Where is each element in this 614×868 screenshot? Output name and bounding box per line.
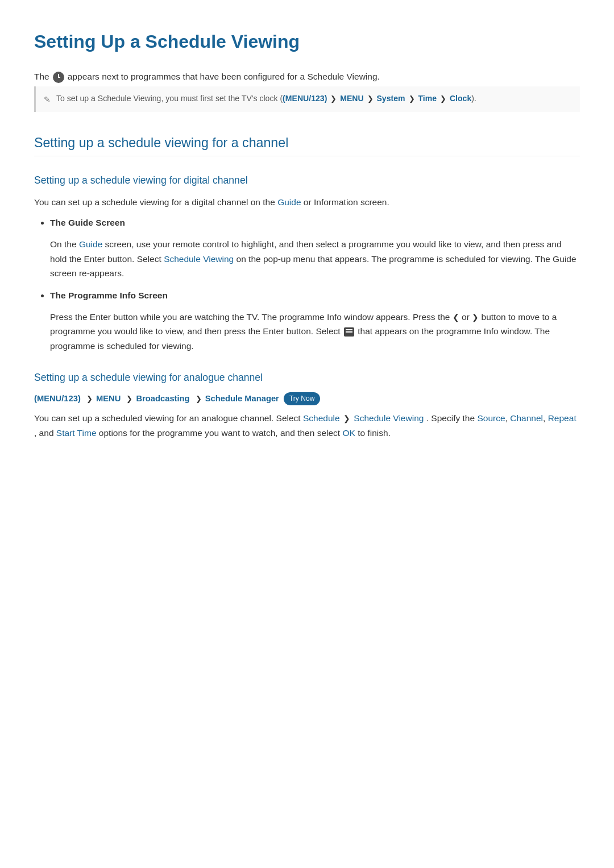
chevron-right-icon: ❯ [472,313,479,322]
intro-text-after: appears next to programmes that have bee… [68,70,380,84]
section1a-heading: Setting up a schedule viewing for digita… [34,172,580,188]
section1b-heading: Setting up a schedule viewing for analog… [34,369,580,385]
schedule-viewer-icon [344,327,354,337]
note-text: To set up a Schedule Viewing, you must f… [56,92,476,105]
source-link[interactable]: Source [477,413,505,423]
nav-broadcasting-link[interactable]: Broadcasting [136,394,190,403]
guide-link-bullet1[interactable]: Guide [79,239,102,249]
bullet1-label: The Guide Screen [50,218,125,227]
nav-menu: MENU [96,394,121,403]
nav-schedule-manager-link[interactable]: Schedule Manager [205,394,279,403]
ok-link[interactable]: OK [343,428,355,438]
guide-link-intro[interactable]: Guide [277,197,301,207]
bullet2-text: Press the Enter button while you are wat… [50,310,580,354]
nav-menu123: (MENU/123) [34,394,81,403]
note-block: ✎ To set up a Schedule Viewing, you must… [34,86,580,112]
schedule-link-1b[interactable]: Schedule [303,413,340,423]
page-title: Setting Up a Schedule Viewing [34,27,580,56]
pencil-icon: ✎ [44,93,51,106]
nav-path: (MENU/123) ❯ MENU ❯ Broadcasting ❯ Sched… [34,392,580,406]
intro-block: The appears next to programmes that have… [34,70,580,111]
repeat-link[interactable]: Repeat [548,413,576,423]
schedule-icon [53,72,64,83]
bullet1-text: On the Guide screen, use your remote con… [50,237,580,281]
chevron-left-icon: ❮ [453,313,459,322]
bullet2-content: Press the Enter button while you are wat… [50,310,580,354]
start-time-link[interactable]: Start Time [56,428,97,438]
bullet2-label: The Programme Info Screen [50,290,168,300]
bullet-guide-screen: The Guide Screen [50,216,580,230]
section1a-intro: You can set up a schedule viewing for a … [34,195,580,210]
bullet-list: The Guide Screen [50,216,580,230]
bullet1-content: On the Guide screen, use your remote con… [50,237,580,281]
schedule-viewing-link-bullet1[interactable]: Schedule Viewing [164,254,234,264]
intro-text-before: The [34,70,49,84]
bullet-programme-info: The Programme Info Screen [50,289,580,303]
try-now-button[interactable]: Try Now [284,392,320,405]
schedule-viewing-link-1b[interactable]: Schedule Viewing [354,413,424,423]
channel-link[interactable]: Channel [510,413,543,423]
section1b-text: You can set up a scheduled viewing for a… [34,411,580,440]
bullet-list-2: The Programme Info Screen [50,289,580,303]
section1-heading: Setting up a schedule viewing for a chan… [34,132,580,156]
